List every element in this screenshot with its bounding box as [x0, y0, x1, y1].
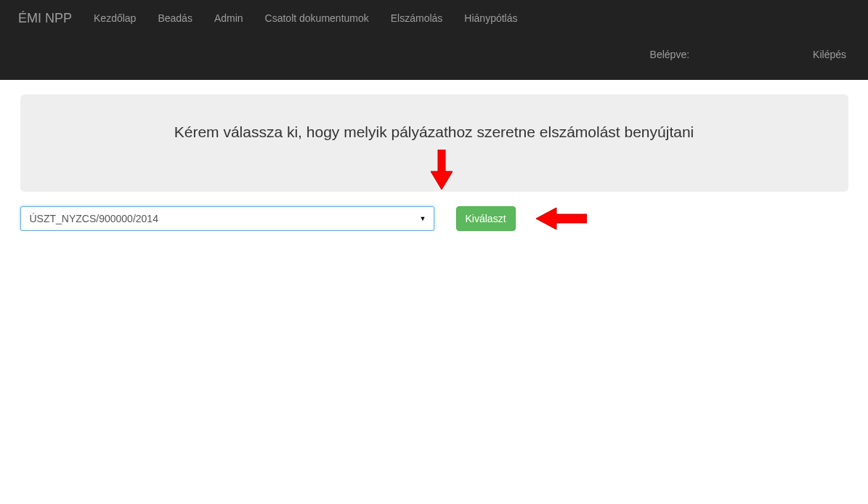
application-select-wrap: ÚSZT_NYZCS/900000/2014 ÚSZT_NYZCS/900000…: [20, 206, 434, 231]
nav-link-admin[interactable]: Admin: [203, 0, 254, 36]
logout-link[interactable]: Kilépés: [802, 36, 857, 73]
nav-link-elszamolas[interactable]: Elszámolás: [380, 0, 454, 36]
annotation-arrow-down-icon: [431, 150, 453, 192]
select-form-row: ÚSZT_NYZCS/900000/2014 ÚSZT_NYZCS/900000…: [20, 206, 848, 231]
logged-in-label: Belépve:: [639, 36, 700, 73]
select-button[interactable]: Kiválaszt: [456, 206, 516, 231]
page-heading: Kérem válassza ki, hogy melyik pályázath…: [42, 123, 827, 141]
navbar: ÉMI NPP Kezdőlap Beadás Admin Csatolt do…: [0, 0, 868, 80]
nav-link-beadas[interactable]: Beadás: [147, 0, 203, 36]
navbar-brand[interactable]: ÉMI NPP: [11, 0, 83, 36]
nav-link-hianypotlas[interactable]: Hiánypótlás: [453, 0, 528, 36]
application-select-value: ÚSZT_NYZCS/900000/2014: [30, 213, 158, 224]
nav-link-kezdolap[interactable]: Kezdőlap: [83, 0, 147, 36]
annotation-arrow-left-icon: [536, 208, 587, 231]
nav-link-csatolt-dokumentumok[interactable]: Csatolt dokumentumok: [254, 0, 380, 36]
application-select[interactable]: ÚSZT_NYZCS/900000/2014: [20, 206, 434, 231]
